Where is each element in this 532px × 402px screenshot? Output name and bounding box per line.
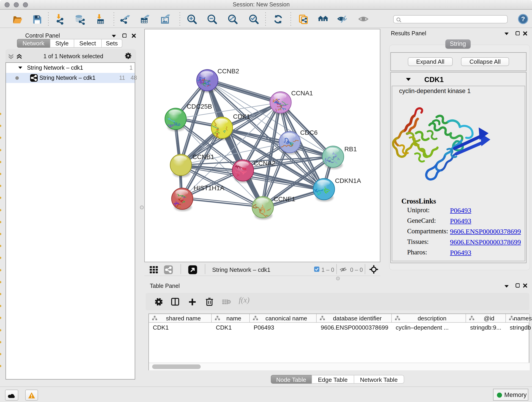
svg-text:?: ?	[521, 15, 525, 22]
